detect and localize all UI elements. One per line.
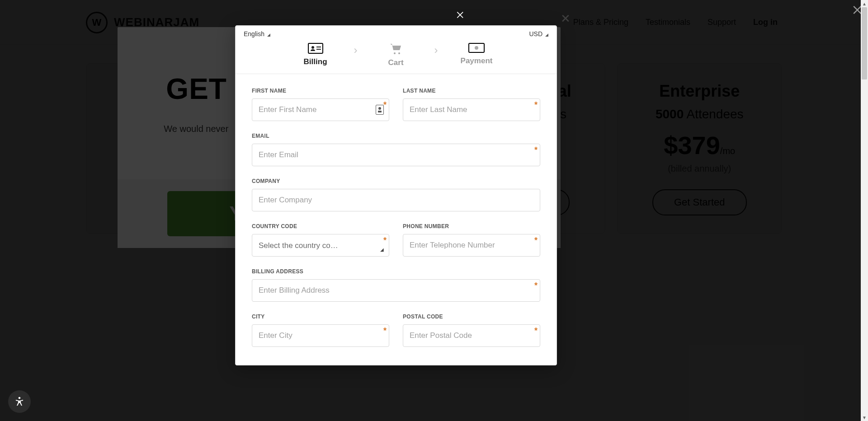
required-icon: * (534, 326, 538, 336)
phone-input[interactable] (403, 234, 540, 257)
last-name-label: LAST NAME (403, 88, 540, 94)
scroll-up-icon: ▲ (861, 0, 868, 7)
checkout-close-button[interactable] (456, 10, 466, 22)
language-value: English (244, 30, 264, 37)
svg-point-7 (475, 46, 478, 50)
company-label: COMPANY (252, 178, 540, 184)
accessibility-button[interactable] (8, 390, 31, 413)
required-icon: * (383, 326, 387, 336)
cart-icon (389, 43, 403, 55)
step-cart-label: Cart (388, 58, 404, 67)
billing-address-label: BILLING ADDRESS (252, 268, 540, 275)
phone-label: PHONE NUMBER (403, 223, 540, 229)
country-code-select[interactable]: Select the country co… (252, 234, 389, 257)
email-input[interactable] (252, 144, 540, 166)
currency-value: USD (529, 30, 542, 37)
scrollbar[interactable]: ▲ ▼ (861, 0, 868, 421)
svg-point-8 (19, 397, 21, 399)
required-icon: * (383, 100, 387, 110)
close-icon (456, 10, 466, 20)
country-code-label: COUNTRY CODE (252, 223, 389, 229)
chevron-right-icon: › (354, 43, 358, 56)
svg-point-5 (398, 52, 400, 54)
required-icon: * (534, 145, 538, 155)
billing-form: FIRST NAME * LAST NAME * (236, 74, 557, 365)
step-payment[interactable]: Payment (461, 43, 493, 65)
city-label: CITY (252, 313, 389, 320)
caret-icon: ◢ (545, 33, 548, 37)
required-icon: * (534, 236, 538, 245)
checkout-header: English ◢ USD ◢ (236, 26, 557, 41)
postal-input[interactable] (403, 324, 540, 347)
required-icon: * (383, 236, 387, 245)
step-payment-label: Payment (461, 56, 493, 65)
caret-icon: ◢ (267, 33, 270, 37)
billing-address-input[interactable] (252, 279, 540, 302)
currency-selector[interactable]: USD ◢ (529, 30, 548, 37)
required-icon: * (534, 281, 538, 290)
svg-rect-3 (316, 49, 321, 50)
chevron-right-icon: › (434, 43, 438, 56)
svg-point-1 (311, 46, 314, 49)
svg-rect-2 (316, 47, 321, 47)
svg-point-4 (394, 52, 396, 54)
scroll-down-icon: ▼ (861, 414, 868, 421)
accessibility-icon (14, 396, 25, 407)
scrollbar-thumb[interactable] (862, 7, 867, 80)
step-cart[interactable]: Cart (380, 43, 412, 67)
contact-card-icon (376, 105, 384, 115)
required-icon: * (534, 100, 538, 110)
banknote-icon (468, 43, 485, 53)
city-input[interactable] (252, 324, 389, 347)
id-card-icon (308, 43, 323, 54)
last-name-input[interactable] (403, 98, 540, 121)
checkout-steps: Billing › Cart › Payment (236, 41, 557, 74)
first-name-label: FIRST NAME (252, 88, 389, 94)
company-input[interactable] (252, 189, 540, 211)
postal-label: POSTAL CODE (403, 313, 540, 320)
step-billing-label: Billing (304, 57, 327, 66)
first-name-input[interactable] (252, 98, 389, 121)
step-billing[interactable]: Billing (300, 43, 331, 66)
email-label: EMAIL (252, 133, 540, 139)
language-selector[interactable]: English ◢ (244, 30, 270, 37)
checkout-overlay: English ◢ USD ◢ Billing › Cart › (0, 0, 868, 421)
checkout-modal: English ◢ USD ◢ Billing › Cart › (235, 25, 557, 365)
svg-rect-0 (308, 43, 323, 53)
